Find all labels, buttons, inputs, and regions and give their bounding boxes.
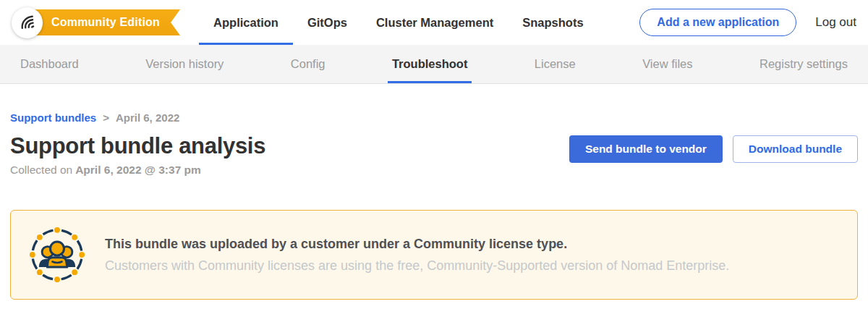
main-content: Support bundles > April 6, 2022 Support … <box>0 111 868 300</box>
top-nav-item-gitops[interactable]: GitOps <box>293 0 362 45</box>
top-nav-item-application[interactable]: Application <box>199 0 293 45</box>
collected-timestamp: Collected onApril 6, 2022 @ 3:37 pm <box>10 164 265 177</box>
collected-date: April 6, 2022 @ 3:37 pm <box>75 164 201 176</box>
top-nav-item-cluster-management[interactable]: Cluster Management <box>362 0 508 45</box>
top-nav: Community Edition Application GitOps Clu… <box>0 0 868 45</box>
sub-nav-item-config[interactable]: Config <box>286 45 330 83</box>
send-bundle-to-vendor-button[interactable]: Send bundle to vendor <box>569 135 723 163</box>
breadcrumb: Support bundles > April 6, 2022 <box>10 111 858 124</box>
community-people-icon <box>30 227 85 282</box>
top-nav-right: Add a new application Log out <box>639 9 856 36</box>
bundle-actions: Send bundle to vendor Download bundle <box>569 135 858 163</box>
title-row: Support bundle analysis Collected onApri… <box>10 133 858 177</box>
sub-nav-item-registry-settings[interactable]: Registry settings <box>755 45 852 83</box>
sub-nav-item-troubleshoot[interactable]: Troubleshoot <box>388 45 472 83</box>
banner-subtext: Customers with Community licenses are us… <box>105 258 729 274</box>
community-license-banner: This bundle was uploaded by a customer u… <box>10 210 858 300</box>
sub-nav-item-version-history[interactable]: Version history <box>141 45 228 83</box>
add-new-application-button[interactable]: Add a new application <box>639 9 796 36</box>
top-nav-tabs: Application GitOps Cluster Management Sn… <box>199 0 598 45</box>
download-bundle-button[interactable]: Download bundle <box>733 135 858 163</box>
breadcrumb-separator: > <box>103 111 109 124</box>
sub-nav-item-license[interactable]: License <box>530 45 580 83</box>
top-nav-item-snapshots[interactable]: Snapshots <box>508 0 597 45</box>
banner-heading: This bundle was uploaded by a customer u… <box>105 237 729 252</box>
banner-text: This bundle was uploaded by a customer u… <box>105 237 729 274</box>
page-title: Support bundle analysis <box>10 133 265 159</box>
community-edition-label: Community Edition <box>51 16 160 29</box>
brand: Community Edition <box>12 7 180 38</box>
app-root: Community Edition Application GitOps Clu… <box>0 0 868 300</box>
breadcrumb-link-support-bundles[interactable]: Support bundles <box>10 111 96 124</box>
breadcrumb-current: April 6, 2022 <box>116 111 179 124</box>
collected-prefix: Collected on <box>10 164 72 176</box>
sub-nav-item-view-files[interactable]: View files <box>638 45 697 83</box>
logout-link[interactable]: Log out <box>815 15 856 30</box>
sub-nav-item-dashboard[interactable]: Dashboard <box>16 45 83 83</box>
sub-nav: Dashboard Version history Config Trouble… <box>0 45 868 84</box>
community-edition-badge: Community Edition <box>31 9 180 35</box>
title-block: Support bundle analysis Collected onApri… <box>10 133 265 177</box>
replicated-logo-icon <box>12 7 43 38</box>
